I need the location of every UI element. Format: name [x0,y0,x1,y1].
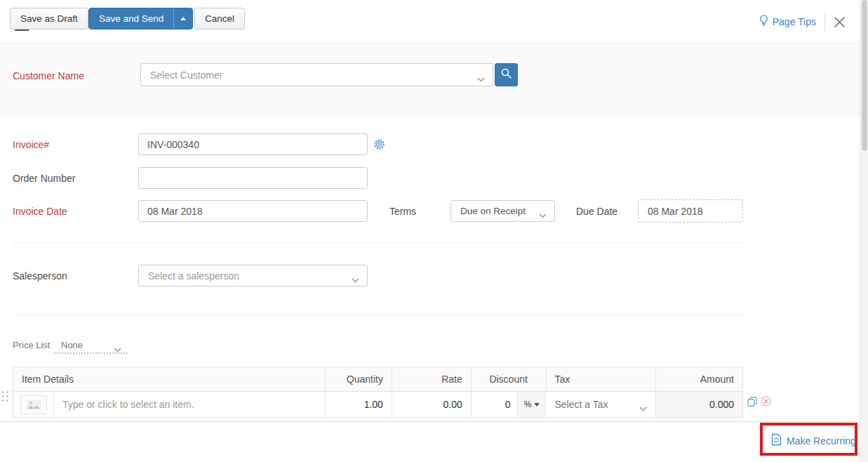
col-header-amount: Amount [656,367,742,391]
customer-select-placeholder: Select Customer [150,70,222,81]
price-list-value[interactable]: None [61,340,83,350]
discount-unit-dropdown[interactable]: % [517,392,545,417]
clone-row-icon[interactable] [747,397,757,409]
page-tips-link[interactable]: Page Tips [759,15,816,29]
chevron-down-icon [639,402,647,414]
salesperson-select[interactable]: Select a salesperson [138,265,368,286]
item-select-input[interactable]: Type or click to select an item. [54,399,194,410]
row-drag-handle[interactable] [2,391,8,402]
item-image-cell[interactable] [13,392,54,417]
col-header-item-details: Item Details [13,367,326,391]
item-row-actions [747,396,771,409]
save-and-send-split-button[interactable]: Save and Send [88,8,193,29]
lightbulb-icon [759,15,768,29]
invoice-number-input[interactable] [138,133,368,155]
items-table-header: Item Details Quantity Rate Discount Tax … [13,367,742,392]
cancel-button[interactable]: Cancel [194,8,245,29]
caret-up-icon [180,17,186,20]
col-header-discount: Discount [472,367,547,391]
invoice-date-label: Invoice Date [13,206,67,217]
customer-select[interactable]: Select Customer [140,63,493,86]
recurring-document-icon [771,433,782,448]
order-number-label: Order Number [13,173,75,184]
make-recurring-link[interactable]: Make Recurring [771,433,856,448]
due-date-input[interactable]: 08 Mar 2018 [638,199,743,223]
quantity-cell[interactable]: 1.00 [326,392,392,417]
image-icon [26,400,41,410]
chevron-down-icon [539,209,547,220]
footer-bar [0,421,860,462]
invoice-date-input[interactable] [138,200,368,222]
save-and-send-dropdown-toggle[interactable] [173,8,192,29]
remove-row-icon[interactable] [761,396,771,409]
salesperson-label: Salesperson [13,270,67,282]
save-and-send-label[interactable]: Save and Send [89,8,173,29]
invoice-number-label: Invoice# [13,139,49,150]
item-row: Type or click to select an item. 1.00 0.… [13,392,742,417]
close-icon[interactable] [834,16,846,28]
save-as-draft-button[interactable]: Save as Draft [10,8,88,29]
tax-select[interactable]: Select a Tax [546,392,656,417]
col-header-quantity: Quantity [326,367,392,391]
discount-value[interactable]: 0 [472,399,518,410]
new-invoice-page: New Invoice Page Tips Customer Name [0,0,868,462]
page-tips-label: Page Tips [773,16,816,27]
amount-cell: 0.000 [656,392,742,417]
header-actions: Page Tips [759,0,846,44]
terms-value: Due on Receipt [460,206,526,216]
col-header-tax: Tax [547,367,657,391]
chevron-down-icon [352,274,359,285]
price-list-label: Price List [13,340,50,350]
chevron-down-icon [477,73,485,84]
section-divider [13,242,743,243]
discount-cell: 0 % [472,392,547,417]
price-list-dotted-underline [54,352,127,354]
discount-unit-label: % [524,400,532,409]
customer-name-label: Customer Name [13,70,84,81]
terms-select[interactable]: Due on Receipt [450,200,555,222]
salesperson-placeholder: Select a salesperson [148,270,239,282]
tax-select-placeholder: Select a Tax [554,399,608,410]
make-recurring-label: Make Recurring [787,435,856,447]
order-number-input[interactable] [138,167,368,189]
due-date-value: 08 Mar 2018 [648,206,703,217]
item-image-placeholder [20,395,47,414]
due-date-label: Due Date [576,206,617,217]
invoice-settings-gear-icon[interactable] [373,138,385,153]
items-table: Item Details Quantity Rate Discount Tax … [13,367,743,418]
section-divider [13,315,743,315]
rate-cell[interactable]: 0.00 [392,392,472,417]
caret-down-icon [534,403,540,407]
scrollbar-thumb[interactable] [862,0,867,151]
scrollbar-track[interactable] [860,0,868,462]
header-divider [824,13,825,31]
terms-label: Terms [389,206,416,217]
item-details-cell: Type or click to select an item. [13,392,326,417]
search-icon [500,67,512,82]
col-header-rate: Rate [392,367,472,391]
customer-search-button[interactable] [495,63,518,86]
